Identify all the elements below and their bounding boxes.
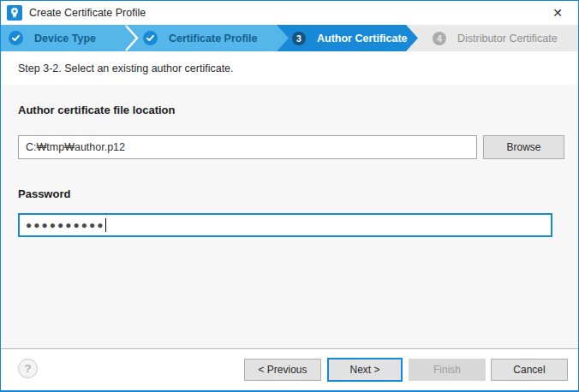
cancel-button[interactable]: Cancel bbox=[491, 359, 568, 381]
step-description: Step 3-2. Select an existing author cert… bbox=[18, 62, 234, 74]
step-author-certificate: 3 Author Certificate bbox=[292, 25, 408, 51]
next-button[interactable]: Next > bbox=[327, 358, 403, 382]
step-label: Device Type bbox=[34, 33, 96, 45]
help-icon[interactable]: ? bbox=[18, 359, 38, 378]
check-icon bbox=[143, 31, 158, 45]
title-bar: Create Certificate Profile ✕ bbox=[1, 1, 578, 25]
file-location-input[interactable] bbox=[18, 135, 477, 159]
step-certificate-profile: Certificate Profile bbox=[143, 25, 258, 51]
window-title: Create Certificate Profile bbox=[29, 1, 146, 25]
button-bar: ? < Previous Next > Finish Cancel bbox=[1, 348, 578, 390]
step-device-type: Device Type bbox=[9, 25, 96, 51]
previous-button[interactable]: < Previous bbox=[244, 359, 321, 381]
certificate-app-icon bbox=[7, 5, 22, 21]
browse-button[interactable]: Browse bbox=[483, 135, 564, 159]
finish-button: Finish bbox=[409, 359, 486, 381]
step-description-strip: Step 3-2. Select an existing author cert… bbox=[1, 51, 578, 85]
wizard-steps-bar: Device Type Certificate Profile 3 Author… bbox=[1, 25, 578, 51]
step-label: Certificate Profile bbox=[169, 33, 258, 45]
step-label: Distributor Certificate bbox=[457, 33, 558, 45]
step-label: Author Certificate bbox=[317, 33, 408, 45]
password-input[interactable]: ●●●●●●●●●● bbox=[18, 213, 552, 237]
step-distributor-certificate: 4 Distributor Certificate bbox=[433, 25, 558, 51]
check-icon bbox=[9, 31, 23, 45]
password-masked-value: ●●●●●●●●●● bbox=[26, 219, 104, 231]
step-number-badge: 3 bbox=[292, 32, 306, 45]
close-icon[interactable]: ✕ bbox=[544, 1, 571, 24]
form-area: Author certificate file location Browse … bbox=[1, 85, 578, 348]
file-location-label: Author certificate file location bbox=[18, 104, 175, 116]
password-label: Password bbox=[18, 187, 70, 200]
text-caret bbox=[105, 218, 106, 232]
step-number-badge: 4 bbox=[433, 32, 446, 45]
create-certificate-profile-dialog: Create Certificate Profile ✕ Device Type… bbox=[0, 0, 579, 392]
